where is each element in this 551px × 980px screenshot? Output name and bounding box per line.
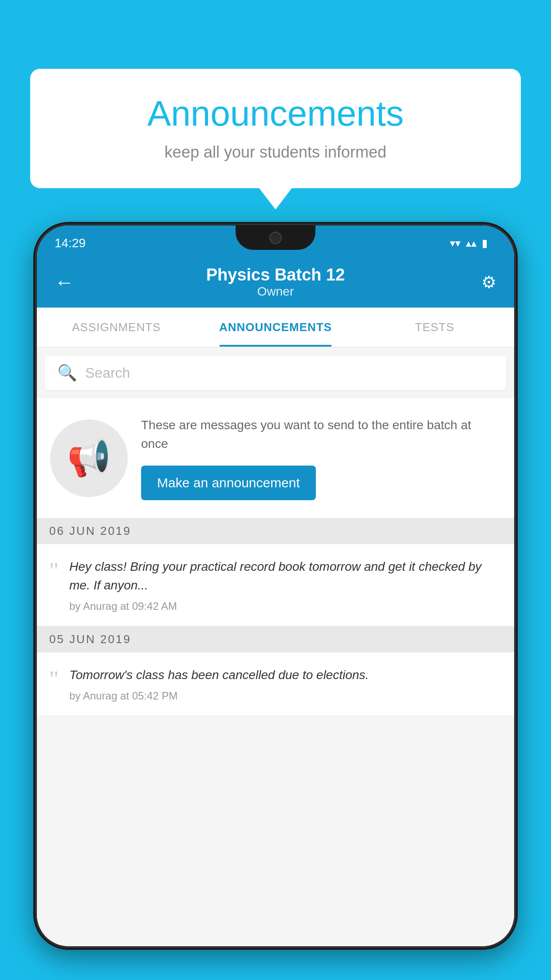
tab-tests[interactable]: TESTS [355, 308, 514, 347]
app-content: 🔍 Search 📢 These are messages you want t… [37, 348, 514, 946]
settings-button[interactable]: ⚙ [470, 273, 496, 292]
bubble-title: Announcements [57, 93, 494, 134]
phone-container: 14:29 ▾▾ ▴▴ ▮ ← Physics Batch 12 Owner ⚙ [33, 222, 518, 980]
announcement-text-2: Tomorrow's class has been cancelled due … [69, 666, 502, 702]
header-title-block: Physics Batch 12 Owner [81, 265, 470, 299]
phone-mockup: 14:29 ▾▾ ▴▴ ▮ ← Physics Batch 12 Owner ⚙ [33, 222, 518, 950]
announcement-item-1[interactable]: " Hey class! Bring your practical record… [37, 544, 514, 626]
status-time: 14:29 [55, 232, 86, 250]
bubble-subtitle: keep all your students informed [57, 143, 494, 162]
announcement-text-1: Hey class! Bring your practical record b… [69, 557, 502, 612]
announcement-message-1: Hey class! Bring your practical record b… [69, 557, 502, 595]
megaphone-circle: 📢 [50, 419, 128, 497]
search-placeholder: Search [85, 365, 130, 381]
announcement-item-2[interactable]: " Tomorrow's class has been cancelled du… [37, 652, 514, 716]
signal-icon: ▴▴ [466, 237, 476, 249]
date-separator-2: 05 JUN 2019 [37, 626, 514, 652]
wifi-icon: ▾▾ [450, 237, 460, 249]
speech-bubble: Announcements keep all your students inf… [30, 69, 521, 188]
tabs-container: ASSIGNMENTS ANNOUNCEMENTS TESTS [37, 308, 514, 348]
tab-announcements[interactable]: ANNOUNCEMENTS [196, 308, 355, 347]
status-icons: ▾▾ ▴▴ ▮ [450, 233, 488, 249]
announcement-meta-1: by Anurag at 09:42 AM [69, 600, 502, 612]
back-button[interactable]: ← [55, 271, 81, 293]
cta-right: These are messages you want to send to t… [141, 416, 501, 500]
battery-icon: ▮ [482, 237, 488, 249]
batch-name: Physics Batch 12 [81, 265, 470, 285]
announcement-meta-2: by Anurag at 05:42 PM [69, 690, 502, 702]
megaphone-icon: 📢 [67, 437, 111, 479]
make-announcement-button[interactable]: Make an announcement [141, 466, 316, 500]
cta-description: These are messages you want to send to t… [141, 416, 501, 453]
camera [269, 232, 282, 244]
search-bar[interactable]: 🔍 Search [45, 356, 506, 390]
app-header: ← Physics Batch 12 Owner ⚙ [37, 257, 514, 308]
notch [236, 225, 315, 250]
tab-assignments[interactable]: ASSIGNMENTS [37, 308, 196, 347]
header-role: Owner [81, 285, 470, 299]
quote-icon-1: " [49, 560, 59, 583]
search-icon: 🔍 [57, 364, 77, 382]
announcement-message-2: Tomorrow's class has been cancelled due … [69, 666, 502, 684]
screen-area: 14:29 ▾▾ ▴▴ ▮ ← Physics Batch 12 Owner ⚙ [37, 225, 514, 946]
date-separator-1: 06 JUN 2019 [37, 518, 514, 544]
quote-icon-2: " [49, 668, 59, 691]
speech-bubble-container: Announcements keep all your students inf… [30, 69, 521, 188]
cta-card: 📢 These are messages you want to send to… [37, 398, 514, 518]
